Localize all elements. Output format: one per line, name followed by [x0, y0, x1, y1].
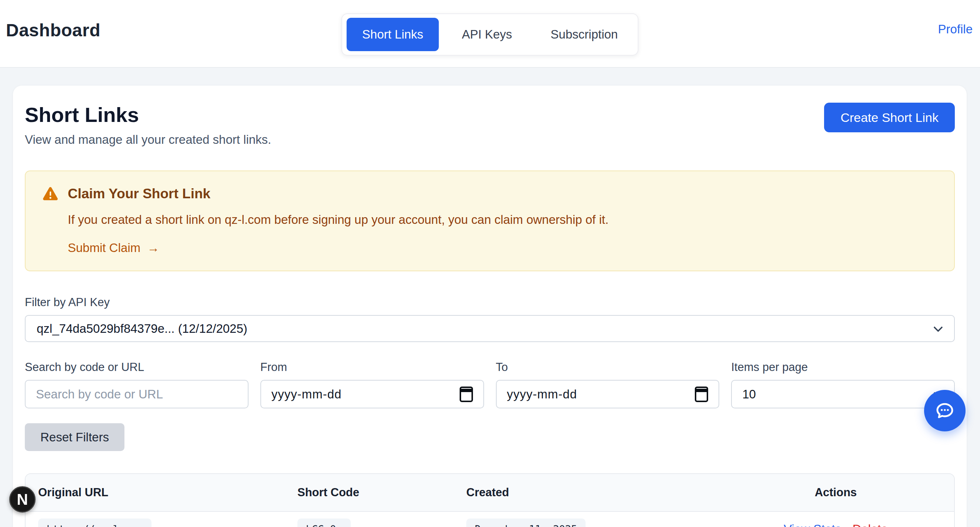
nextjs-n-icon: N	[17, 491, 28, 508]
chat-widget-button[interactable]	[924, 390, 966, 431]
delete-link[interactable]: Delete	[853, 522, 888, 527]
card-header: Short Links View and manage all your cre…	[25, 103, 955, 147]
from-label: From	[260, 361, 484, 374]
items-per-page-group: Items per page 10	[731, 361, 955, 409]
tab-subscription[interactable]: Subscription	[535, 18, 634, 51]
to-field-group: To yyyy-mm-dd	[496, 361, 720, 409]
from-field-group: From yyyy-mm-dd	[260, 361, 484, 409]
tab-short-links[interactable]: Short Links	[347, 18, 439, 51]
submit-claim-label: Submit Claim	[68, 241, 140, 255]
tab-bar: Short Links API Keys Subscription	[342, 13, 638, 56]
chat-bubble-icon	[934, 400, 956, 422]
search-input[interactable]	[36, 387, 237, 401]
from-date-value: yyyy-mm-dd	[272, 387, 342, 401]
table-row: https://qz-l.com hGGx0u December 11, 202…	[25, 512, 954, 527]
short-code-value: hGGx0u	[298, 519, 351, 527]
api-key-select[interactable]: qzl_74da5029bf84379e... (12/12/2025)	[25, 315, 955, 342]
col-actions: Actions	[718, 474, 954, 511]
claim-banner: Claim Your Short Link If you created a s…	[25, 171, 955, 271]
page-title: Short Links	[25, 103, 271, 127]
card-header-text: Short Links View and manage all your cre…	[25, 103, 271, 147]
search-label: Search by code or URL	[25, 361, 248, 374]
profile-link[interactable]: Profile	[938, 22, 973, 36]
app-title: Dashboard	[6, 20, 100, 40]
table-body: https://qz-l.com hGGx0u December 11, 202…	[25, 512, 954, 527]
filter-row: Search by code or URL From yyyy-mm-dd To…	[25, 361, 955, 409]
short-links-card: Short Links View and manage all your cre…	[13, 86, 967, 527]
submit-claim-link[interactable]: Submit Claim →	[68, 241, 938, 255]
col-created: Created	[454, 474, 718, 511]
items-per-page-value: 10	[742, 387, 756, 401]
items-per-page-select[interactable]: 10	[731, 380, 955, 409]
top-header: Dashboard Short Links API Keys Subscript…	[0, 0, 980, 68]
tab-api-keys[interactable]: API Keys	[446, 18, 528, 51]
claim-body: If you created a short link on qz-l.com …	[68, 213, 938, 227]
create-short-link-button[interactable]: Create Short Link	[824, 103, 955, 132]
table-header-row: Original URL Short Code Created Actions	[25, 474, 954, 512]
claim-title-row: Claim Your Short Link	[42, 185, 938, 202]
search-field-group: Search by code or URL	[25, 361, 248, 409]
claim-title: Claim Your Short Link	[68, 186, 210, 201]
to-date-value: yyyy-mm-dd	[507, 387, 578, 401]
arrow-right-icon: →	[147, 241, 159, 255]
chevron-down-icon	[933, 323, 943, 332]
items-per-page-label: Items per page	[731, 361, 955, 374]
calendar-icon[interactable]	[460, 386, 473, 402]
col-original-url: Original URL	[25, 474, 285, 511]
calendar-icon[interactable]	[695, 386, 708, 402]
api-key-filter-label: Filter by API Key	[25, 296, 955, 309]
search-input-box	[25, 380, 248, 409]
short-links-table: Original URL Short Code Created Actions …	[25, 473, 955, 527]
reset-filters-button[interactable]: Reset Filters	[25, 423, 124, 451]
original-url-value: https://qz-l.com	[38, 519, 151, 527]
to-date-input[interactable]: yyyy-mm-dd	[496, 380, 720, 409]
col-short-code: Short Code	[285, 474, 454, 511]
main-content: Short Links View and manage all your cre…	[13, 86, 967, 527]
nextjs-dev-badge[interactable]: N	[9, 486, 35, 513]
from-date-input[interactable]: yyyy-mm-dd	[260, 380, 484, 409]
to-label: To	[496, 361, 720, 374]
page-subtitle: View and manage all your created short l…	[25, 133, 271, 147]
api-key-select-value: qzl_74da5029bf84379e... (12/12/2025)	[37, 322, 247, 336]
created-value: December 11, 2025	[466, 519, 585, 527]
warning-icon	[42, 185, 59, 202]
view-stats-link[interactable]: View Stats	[784, 522, 841, 527]
